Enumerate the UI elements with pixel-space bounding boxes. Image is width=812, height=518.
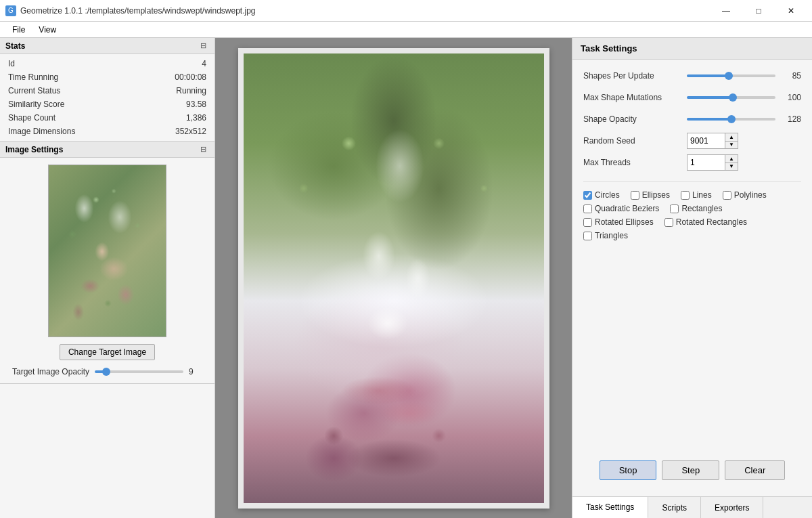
- close-button[interactable]: ✕: [775, 0, 807, 22]
- titlebar-title: Geometrize 1.0.1 :/templates/templates/w…: [20, 6, 256, 16]
- stats-label-status: Current Status: [8, 86, 60, 95]
- stats-row-similarity: Similarity Score 93.58: [0, 98, 215, 111]
- checkbox-rotated-rectangles[interactable]: Rotated Rectangles: [664, 217, 747, 227]
- left-panel: Stats ⊟ Id 4 Time Running 00:00:08 Curre…: [0, 38, 215, 518]
- main-painting: [244, 53, 544, 503]
- max-threads-down-button[interactable]: ▼: [725, 163, 738, 170]
- ellipses-label: Ellipses: [642, 190, 670, 200]
- maximize-button[interactable]: □: [743, 0, 774, 22]
- max-threads-arrows: ▲ ▼: [725, 155, 738, 170]
- shape-opacity-row: Shape Opacity 128: [583, 111, 801, 127]
- image-settings-header: Image Settings ⊟: [0, 142, 215, 158]
- max-threads-row: Max Threads ▲ ▼: [583, 154, 801, 171]
- random-seed-row: Random Seed ▲ ▼: [583, 133, 801, 149]
- random-seed-down-button[interactable]: ▼: [725, 141, 738, 148]
- main-content: Stats ⊟ Id 4 Time Running 00:00:08 Curre…: [0, 38, 812, 518]
- tab-exporters[interactable]: Exporters: [701, 497, 763, 518]
- checkbox-row-2: Quadratic Beziers Rectangles: [583, 204, 801, 213]
- checkbox-triangles[interactable]: Triangles: [583, 231, 628, 240]
- rotated-rectangles-checkbox[interactable]: [664, 218, 673, 227]
- polylines-checkbox[interactable]: [723, 191, 731, 200]
- titlebar: G Geometrize 1.0.1 :/templates/templates…: [0, 0, 812, 22]
- quadratic-beziers-label: Quadratic Beziers: [595, 204, 659, 213]
- stats-value-dimensions: 352x512: [175, 127, 206, 136]
- settings-spacer: [583, 255, 801, 447]
- image-settings-title: Image Settings: [5, 145, 63, 154]
- stats-row-dimensions: Image Dimensions 352x512: [0, 125, 215, 138]
- rotated-rectangles-label: Rotated Rectangles: [676, 217, 747, 227]
- rectangles-checkbox[interactable]: [670, 204, 679, 213]
- stats-header: Stats ⊟: [0, 38, 215, 54]
- menubar: File View: [0, 22, 812, 38]
- tab-scripts[interactable]: Scripts: [648, 497, 701, 518]
- triangles-checkbox[interactable]: [583, 232, 592, 240]
- stats-section: Stats ⊟ Id 4 Time Running 00:00:08 Curre…: [0, 38, 215, 142]
- menu-view[interactable]: View: [32, 24, 63, 36]
- random-seed-input[interactable]: [687, 135, 725, 147]
- stats-title: Stats: [5, 41, 25, 51]
- shapes-per-update-value: 85: [781, 71, 801, 81]
- stats-label-time: Time Running: [8, 72, 58, 82]
- titlebar-left: G Geometrize 1.0.1 :/templates/templates…: [5, 5, 256, 16]
- max-threads-up-button[interactable]: ▲: [725, 155, 738, 163]
- shapes-per-update-label: Shapes Per Update: [583, 71, 681, 81]
- shapes-per-update-slider[interactable]: [687, 74, 775, 77]
- stats-label-shape-count: Shape Count: [8, 113, 55, 123]
- target-image-thumbnail: [49, 165, 166, 337]
- target-image-container: [48, 165, 166, 337]
- stats-value-time: 00:00:08: [175, 72, 206, 82]
- checkbox-row-1: Circles Ellipses Lines Polylines: [583, 190, 801, 200]
- max-threads-input[interactable]: [687, 156, 725, 169]
- stats-label-similarity: Similarity Score: [8, 100, 64, 109]
- task-settings-title: Task Settings: [581, 43, 637, 53]
- image-settings-collapse-button[interactable]: ⊟: [198, 144, 209, 154]
- checkbox-rotated-ellipses[interactable]: Rotated Ellipses: [583, 217, 654, 227]
- opacity-value: 9: [189, 367, 202, 376]
- quadratic-beziers-checkbox[interactable]: [583, 204, 592, 213]
- stats-row-shape-count: Shape Count 1,386: [0, 111, 215, 125]
- stats-row-time: Time Running 00:00:08: [0, 70, 215, 84]
- random-seed-up-button[interactable]: ▲: [725, 133, 738, 141]
- circles-label: Circles: [595, 190, 620, 200]
- stats-table: Id 4 Time Running 00:00:08 Current Statu…: [0, 54, 215, 141]
- lines-checkbox[interactable]: [681, 191, 690, 200]
- random-seed-spinbox: ▲ ▼: [687, 133, 738, 149]
- checkbox-quadratic-beziers[interactable]: Quadratic Beziers: [583, 204, 659, 213]
- opacity-row: Target Image Opacity 9: [7, 367, 208, 376]
- checkbox-polylines[interactable]: Polylines: [723, 190, 767, 200]
- circles-checkbox[interactable]: [583, 191, 592, 200]
- opacity-label: Target Image Opacity: [12, 367, 89, 376]
- random-seed-arrows: ▲ ▼: [725, 133, 738, 148]
- settings-body: Shapes Per Update 85 Max Shape Mutations…: [572, 60, 812, 496]
- center-panel: [215, 38, 572, 518]
- checkbox-circles[interactable]: Circles: [583, 190, 620, 200]
- app-icon: G: [5, 5, 16, 16]
- clear-button[interactable]: Clear: [725, 460, 785, 480]
- max-shape-mutations-slider[interactable]: [687, 96, 775, 99]
- stop-button[interactable]: Stop: [600, 460, 657, 480]
- target-opacity-slider[interactable]: [95, 370, 183, 373]
- shape-opacity-slider[interactable]: [687, 118, 775, 121]
- checkbox-lines[interactable]: Lines: [681, 190, 712, 200]
- triangles-label: Triangles: [595, 231, 628, 240]
- stats-label-id: Id: [8, 59, 15, 68]
- checkbox-rectangles[interactable]: Rectangles: [670, 204, 722, 213]
- shapes-per-update-row: Shapes Per Update 85: [583, 68, 801, 84]
- main-canvas: [238, 48, 549, 509]
- rotated-ellipses-label: Rotated Ellipses: [595, 217, 654, 227]
- menu-file[interactable]: File: [5, 24, 32, 36]
- rotated-ellipses-checkbox[interactable]: [583, 218, 592, 227]
- change-target-image-button[interactable]: Change Target Image: [60, 344, 155, 360]
- lines-label: Lines: [692, 190, 712, 200]
- stats-label-dimensions: Image Dimensions: [8, 127, 75, 136]
- max-threads-label: Max Threads: [583, 158, 681, 167]
- ellipses-checkbox[interactable]: [631, 191, 639, 200]
- max-shape-mutations-value: 100: [781, 93, 801, 102]
- tab-task-settings[interactable]: Task Settings: [572, 497, 648, 518]
- checkbox-ellipses[interactable]: Ellipses: [631, 190, 670, 200]
- step-button[interactable]: Step: [662, 460, 719, 480]
- stats-collapse-button[interactable]: ⊟: [198, 41, 209, 51]
- shape-opacity-label: Shape Opacity: [583, 114, 681, 124]
- rectangles-label: Rectangles: [681, 204, 722, 213]
- minimize-button[interactable]: —: [710, 0, 742, 22]
